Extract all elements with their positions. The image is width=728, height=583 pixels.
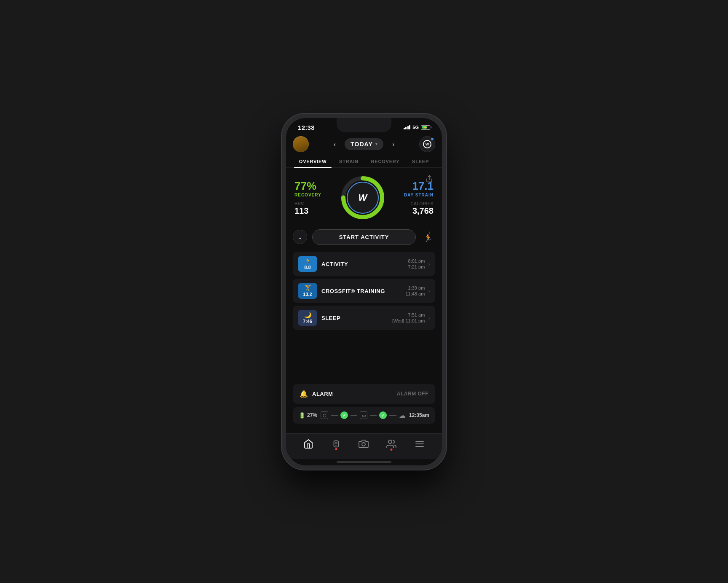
tab-strain[interactable]: STRAIN (334, 156, 364, 167)
expand-button[interactable]: ⌄ (293, 230, 307, 244)
nav-whoop[interactable] (328, 438, 344, 450)
home-indicator (337, 461, 391, 463)
start-activity-button[interactable]: START ACTIVITY (312, 229, 416, 245)
nav-team[interactable] (383, 437, 400, 451)
home-icon (303, 439, 313, 449)
alarm-icon: 🔔 (300, 390, 308, 398)
status-icons: 5G ⚡ (404, 125, 430, 130)
header: ‹ TODAY ▾ › W (286, 133, 442, 156)
main-content: ‹ TODAY ▾ › W (286, 133, 442, 433)
stats-section: 77% RECOVERY HRV 113 (286, 168, 442, 224)
next-day-button[interactable]: › (388, 138, 399, 150)
share-button[interactable] (423, 173, 435, 185)
device-battery: 🔋 27% (299, 412, 317, 419)
date-nav: ‹ TODAY ▾ › (329, 138, 399, 150)
bottom-nav (286, 433, 442, 459)
stats-row: 77% RECOVERY HRV 113 (294, 175, 434, 221)
crossfit-times: 1:39 pm 11:48 am (405, 285, 425, 296)
strain-section: 17.1 DAY STRAIN CALORIES 3,768 (404, 180, 434, 216)
signal-bars-icon (404, 125, 411, 129)
ring-center: W (348, 183, 378, 213)
sync-line (389, 415, 396, 416)
sync-line (331, 415, 337, 416)
nav-dot (391, 449, 393, 451)
activity-score: 8.8 (304, 265, 310, 270)
status-time: 12:38 (298, 124, 315, 131)
screen: 12:38 5G ⚡ (286, 118, 442, 465)
activity-item[interactable]: 🏃 8.8 ACTIVITY 8:01 pm 7:21 pm › (293, 252, 435, 276)
calories-section: CALORIES 3,768 (410, 201, 434, 216)
date-label: TODAY (351, 141, 372, 148)
avatar[interactable] (293, 136, 309, 152)
whoop-device-button[interactable]: W (419, 136, 435, 152)
start-activity-label: START ACTIVITY (339, 234, 389, 240)
recovery-section: 77% RECOVERY HRV 113 (294, 180, 321, 216)
activity-item[interactable]: 🏋 13.2 CROSSFIT® TRAINING 1:39 pm 11:48 … (293, 279, 435, 303)
hrv-section: HRV 113 (294, 201, 308, 216)
phone-device: 12:38 5G ⚡ (282, 114, 446, 470)
activity-time-end: 7:21 pm (408, 264, 425, 269)
tab-recovery[interactable]: RECOVERY (366, 156, 405, 167)
plus-icon: + (428, 231, 431, 235)
sleep-times: 7:51 am [Wed] 11:01 pm (392, 312, 425, 323)
activity-info: ACTIVITY (321, 260, 408, 268)
menu-icon (415, 439, 425, 449)
sleep-time-start: 7:51 am (408, 312, 425, 317)
nav-home[interactable] (300, 437, 317, 451)
activity-icon: 🏃 (304, 258, 311, 264)
calories-label: CALORIES (410, 201, 434, 206)
alarm-left: 🔔 ALARM (300, 390, 333, 398)
device-status: 🔋 27% ⬡ ✓ ▭ ✓ ☁ 12:35am (293, 407, 435, 424)
sync-line (351, 415, 357, 416)
sleep-item[interactable]: 🌙 7:46 SLEEP 7:51 am [Wed] 11:01 pm › (293, 306, 435, 330)
strain-label: DAY STRAIN (404, 193, 434, 197)
nav-camera[interactable] (355, 437, 372, 451)
nav-menu[interactable] (411, 437, 428, 451)
battery-icon: 🔋 (299, 412, 305, 419)
sync-time: 12:35am (409, 412, 429, 418)
whoop-nav-icon (332, 439, 341, 449)
tabs-bar: OVERVIEW STRAIN RECOVERY SLEEP (286, 156, 442, 168)
device-node-icon: ⬡ (321, 411, 328, 419)
activity-controls: ⌄ START ACTIVITY + 🏃 (286, 224, 442, 250)
battery-percent: 27% (307, 412, 317, 418)
prev-day-button[interactable]: ‹ (329, 138, 340, 150)
status-bar: 12:38 5G ⚡ (286, 118, 442, 133)
network-label: 5G (412, 125, 419, 130)
crossfit-time-start: 1:39 pm (408, 285, 425, 290)
chevron-down-icon: ▾ (375, 142, 377, 146)
phone-node-icon: ▭ (360, 411, 367, 419)
nav-dot (335, 448, 337, 450)
activity-badge: 🏃 8.8 (298, 256, 317, 272)
notch (337, 118, 391, 131)
svg-point-10 (388, 440, 392, 443)
whoop-logo-icon: W (423, 140, 431, 148)
crossfit-name: CROSSFIT® TRAINING (321, 288, 385, 294)
alarm-section[interactable]: 🔔 ALARM ALARM OFF (293, 384, 435, 404)
svg-point-9 (362, 443, 365, 446)
sleep-info: SLEEP (321, 314, 392, 322)
activity-time-start: 8:01 pm (408, 258, 425, 263)
ring-chart[interactable]: W (340, 175, 386, 221)
activity-name: ACTIVITY (321, 261, 348, 267)
cloud-icon: ☁ (399, 411, 406, 419)
sleep-icon: 🌙 (304, 312, 311, 318)
sync-check-icon: ✓ (340, 411, 348, 419)
tab-overview[interactable]: OVERVIEW (294, 156, 332, 167)
notification-dot (431, 137, 434, 141)
sync-line (370, 415, 377, 416)
battery-icon: ⚡ (421, 125, 430, 130)
camera-icon (359, 439, 369, 449)
crossfit-icon: 🏋 (304, 285, 311, 291)
tab-sleep[interactable]: SLEEP (407, 156, 434, 167)
team-icon (386, 439, 396, 449)
chevron-right-icon: › (428, 314, 430, 321)
sleep-score: 7:46 (303, 319, 312, 324)
activity-times: 8:01 pm 7:21 pm (408, 258, 425, 269)
crossfit-score: 13.2 (303, 292, 312, 297)
alarm-status: ALARM OFF (397, 391, 428, 397)
header-right: W (419, 136, 435, 152)
hrv-value: 113 (294, 206, 308, 216)
date-selector[interactable]: TODAY ▾ (345, 138, 383, 150)
add-activity-button[interactable]: + 🏃 (421, 230, 435, 244)
